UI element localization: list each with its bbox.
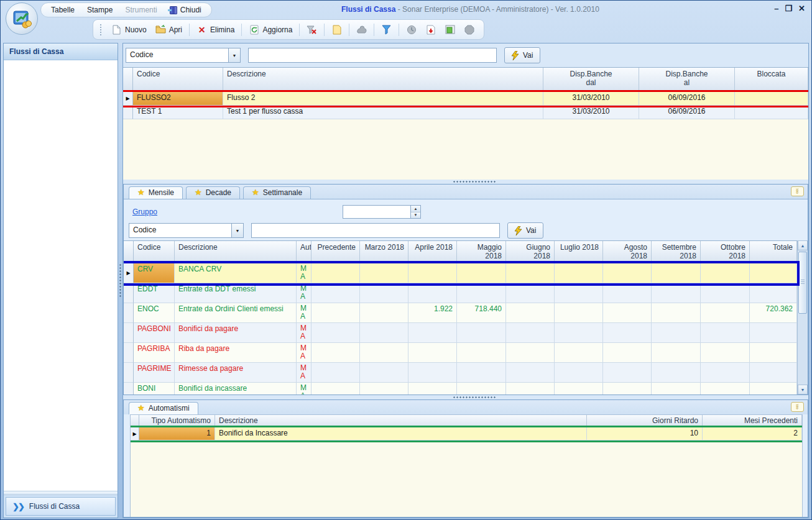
flows-row[interactable]: TEST 1Test 1 per flusso cassa31/03/20100… (123, 106, 808, 119)
scrollbar-thumb[interactable] (798, 252, 807, 314)
monthly-field-select[interactable]: Codice ▼ (129, 223, 244, 238)
spin-up-icon[interactable]: ▲ (411, 206, 420, 212)
aggiorna-button[interactable]: Aggiorna (244, 22, 297, 37)
automatismi-column-header[interactable]: Giorni Ritardo (587, 415, 703, 427)
filter-clear-button[interactable] (302, 22, 321, 37)
automatismi-column-header[interactable]: Tipo Automatismo (139, 415, 215, 427)
chevron-down-icon[interactable]: ▼ (228, 48, 240, 62)
filter-button[interactable] (377, 22, 396, 37)
monthly-cell (701, 323, 750, 343)
open-folder-icon (155, 24, 166, 35)
minimize-button[interactable]: – (774, 4, 778, 13)
lightning-icon (515, 226, 522, 235)
apri-button[interactable]: Apri (151, 22, 187, 37)
elimina-label: Elimina (210, 25, 234, 34)
monthly-row[interactable]: ▶CRVBANCA CRVMA (124, 263, 797, 283)
monthly-cell: MA (297, 323, 311, 343)
monthly-row[interactable]: PAGRIMERimesse da pagareMA (124, 363, 797, 383)
stamp-button[interactable] (352, 22, 371, 37)
clock-button[interactable] (402, 22, 421, 37)
refresh-icon (249, 24, 259, 35)
monthly-column-header[interactable]: Marzo 2018 (360, 241, 408, 263)
monthly-row[interactable]: ENOCEntrate da Ordini Clienti emessiMA1.… (124, 303, 797, 323)
flows-cell: 06/09/2016 (639, 92, 735, 106)
vertical-splitter[interactable] (118, 43, 122, 518)
monthly-column-header[interactable]: Giugno 2018 (506, 241, 555, 263)
monthly-column-header[interactable]: Descrizione (175, 241, 297, 263)
tab-automatismi-label: Automatismi (149, 404, 190, 413)
monthly-column-header[interactable]: Maggio 2018 (457, 241, 506, 263)
monthly-row[interactable]: PAGBONIBonifici da pagareMA (124, 323, 797, 343)
vertical-scrollbar[interactable]: ▲ ▼ (797, 240, 808, 395)
monthly-column-header[interactable]: Precedente (311, 241, 360, 263)
flows-row[interactable]: ▶FLUSSO2Flusso 231/03/201006/09/2016 (123, 92, 808, 106)
app-logo-orb[interactable] (6, 2, 38, 35)
gruppo-link[interactable]: Gruppo (132, 208, 157, 216)
monthly-cell (652, 363, 701, 383)
blank-page-button[interactable] (327, 22, 346, 37)
spin-down-icon[interactable]: ▼ (411, 212, 420, 219)
automatismi-cell: 2 (703, 427, 802, 440)
monthly-column-header[interactable]: Aprile 2018 (408, 241, 457, 263)
monthly-column-header[interactable]: Settembre 2018 (652, 241, 701, 263)
monthly-cell (506, 263, 555, 283)
scroll-up-icon[interactable]: ▲ (798, 240, 808, 250)
collapse-panel-button[interactable]: «« (791, 402, 804, 412)
monthly-column-header[interactable]: Auto (297, 241, 311, 263)
monthly-cell (457, 263, 506, 283)
gruppo-input[interactable] (343, 205, 411, 219)
monthly-cell: MA (297, 263, 311, 283)
monthly-column-header[interactable]: Codice (134, 241, 175, 263)
monthly-row[interactable]: BONIBonifici da incassareMA (124, 383, 797, 395)
sidebar-item-flussi-di-cassa[interactable]: ❯❯ Flussi di Cassa (6, 497, 116, 516)
flows-column-header[interactable]: Descrizione (223, 68, 543, 91)
flows-column-header[interactable]: Disp.Banche al (639, 68, 735, 91)
splitter-grip (453, 396, 496, 398)
monthly-row[interactable]: EDDTEntrate da DDT emessiMA (124, 283, 797, 303)
automatismi-row[interactable]: ▶1Bonifici da Incassare102 (131, 427, 802, 440)
automatismi-column-header[interactable]: Descrizione (215, 415, 587, 427)
menu-chiudi[interactable]: Chiudi (170, 6, 201, 14)
horizontal-splitter[interactable] (123, 395, 808, 399)
flows-vai-button[interactable]: Vai (504, 47, 540, 63)
sidebar-splitter[interactable] (4, 491, 118, 495)
monthly-grid-header: CodiceDescrizioneAutoPrecedenteMarzo 201… (124, 240, 797, 263)
titlebar: Tabelle Stampe Strumenti Chiudi Flussi d… (1, 1, 811, 19)
monthly-cell: MA (297, 343, 311, 363)
chevron-down-icon[interactable]: ▼ (231, 224, 243, 237)
horizontal-splitter[interactable] (123, 180, 808, 184)
monthly-vai-button[interactable]: Vai (507, 222, 543, 239)
maximize-button[interactable]: ❒ (785, 4, 792, 13)
export-page-button[interactable] (421, 22, 440, 37)
close-button[interactable]: ✕ (798, 4, 805, 13)
menu-tabelle[interactable]: Tabelle (51, 6, 75, 14)
flows-column-header[interactable]: Disp.Banche dal (543, 68, 639, 91)
automatismi-column-header[interactable]: Mesi Precedenti (703, 415, 802, 427)
tab-automatismi[interactable]: ★ Automatismi (129, 402, 198, 414)
monthly-cell: PAGRIME (134, 363, 175, 383)
collapse-panel-button[interactable]: «« (791, 186, 804, 196)
monthly-column-header[interactable]: Totale (750, 241, 797, 263)
scroll-down-icon[interactable]: ▼ (798, 385, 808, 395)
monthly-cell (408, 263, 457, 283)
flows-field-select[interactable]: Codice ▼ (126, 48, 241, 63)
grid-button[interactable] (440, 22, 459, 37)
new-document-icon (111, 24, 122, 35)
monthly-search-input[interactable] (251, 223, 500, 238)
elimina-button[interactable]: ✕ Elimina (192, 22, 239, 37)
menu-stampe[interactable]: Stampe (87, 6, 113, 14)
monthly-column-header[interactable]: Ottobre 2018 (701, 241, 750, 263)
nuovo-button[interactable]: Nuovo (107, 22, 151, 37)
octagon-button[interactable] (459, 22, 479, 37)
monthly-cell (555, 363, 603, 383)
tab-settimanale[interactable]: ★ Settimanale (243, 186, 311, 199)
toolbar-grip[interactable] (99, 24, 102, 36)
monthly-row[interactable]: PAGRIBARiba da pagareMA (124, 343, 797, 363)
flows-column-header[interactable]: Bloccata (735, 68, 808, 91)
tab-mensile[interactable]: ★ Mensile (129, 186, 183, 199)
tab-decade[interactable]: ★ Decade (186, 186, 240, 199)
monthly-column-header[interactable]: Agosto 2018 (603, 241, 652, 263)
monthly-column-header[interactable]: Luglio 2018 (555, 241, 603, 263)
flows-column-header[interactable]: Codice (133, 68, 223, 91)
flows-search-input[interactable] (248, 48, 497, 63)
